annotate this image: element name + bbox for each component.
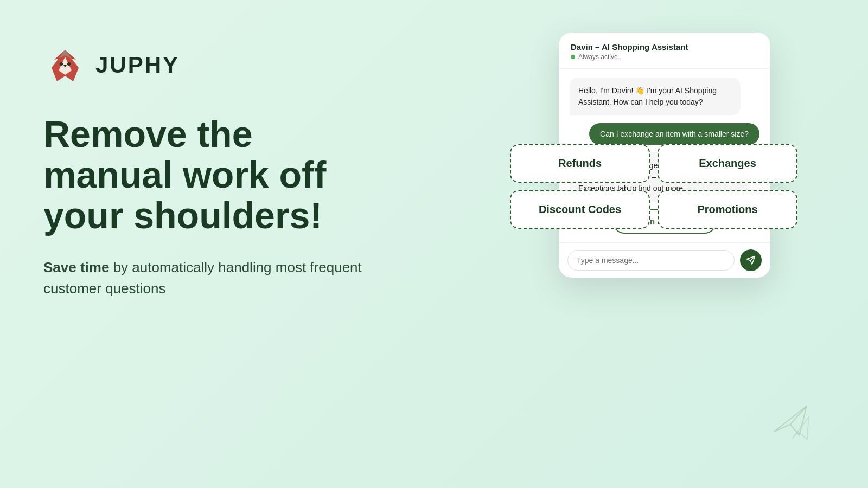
quick-replies: Refunds Exchanges Discount Codes Promoti…	[510, 144, 797, 229]
status-label: Always active	[578, 53, 618, 61]
chat-title: Davin – AI Shopping Assistant	[571, 42, 758, 52]
chat-input-area	[559, 242, 770, 278]
send-button[interactable]	[740, 249, 762, 271]
decorative-planes	[770, 399, 814, 445]
message-input[interactable]	[567, 250, 735, 271]
svg-point-5	[67, 62, 71, 66]
status-dot	[571, 55, 575, 59]
user-message-1: Can I exchange an item with a smaller si…	[589, 123, 760, 145]
chat-header: Davin – AI Shopping Assistant Always act…	[559, 33, 770, 69]
logo-container: JUPHY	[43, 43, 380, 87]
headline: Remove the manual work off your shoulder…	[43, 114, 380, 235]
chat-status: Always active	[571, 53, 758, 61]
brand-name: JUPHY	[95, 52, 180, 78]
quick-reply-exchanges[interactable]: Exchanges	[658, 144, 797, 183]
subtext: Save time by automatically handling most…	[43, 257, 380, 299]
bot-message-1: Hello, I'm Davin! 👋 I'm your AI Shopping…	[570, 78, 741, 115]
juphy-logo-icon	[43, 43, 87, 87]
quick-reply-refunds[interactable]: Refunds	[510, 144, 650, 183]
left-panel: JUPHY Remove the manual work off your sh…	[43, 43, 380, 299]
quick-reply-promotions[interactable]: Promotions	[658, 190, 797, 229]
send-icon	[746, 255, 756, 265]
svg-point-4	[60, 62, 63, 66]
quick-reply-discount-codes[interactable]: Discount Codes	[510, 190, 650, 229]
chat-widget: Davin – AI Shopping Assistant Always act…	[559, 33, 770, 278]
